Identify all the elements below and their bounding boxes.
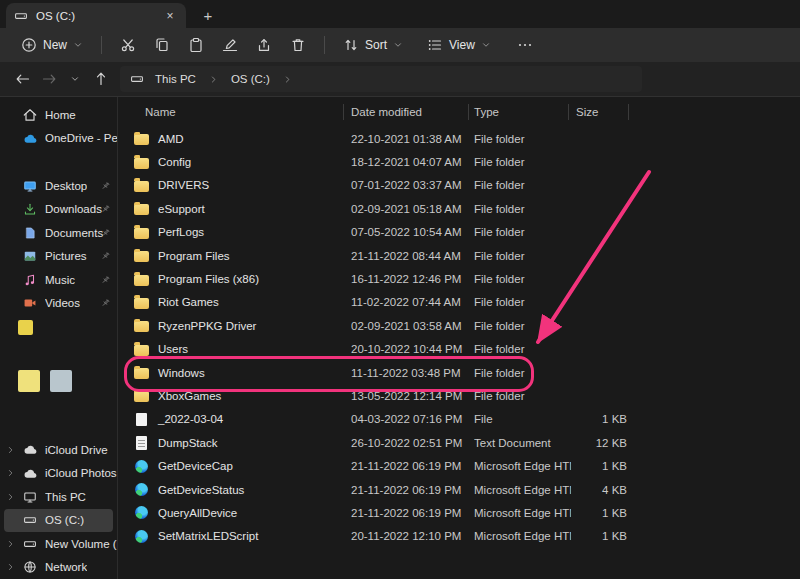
file-type: File folder [474,343,571,355]
table-row[interactable]: AMD22-10-2021 01:38 AMFile folder [119,127,800,150]
rename-button[interactable] [215,30,245,60]
table-row[interactable]: eSupport02-09-2021 05:18 AMFile folder [119,197,800,220]
column-header-name[interactable]: Name [129,106,351,118]
new-tab-button[interactable]: + [197,4,219,26]
file-size: 1 KB [571,530,637,542]
sidebar-item-documents[interactable]: Documents [0,221,117,245]
table-row[interactable]: Program Files (x86)16-11-2022 12:46 PMFi… [119,267,800,290]
chevron-right-icon[interactable] [207,75,220,84]
sort-button[interactable]: Sort [334,32,412,58]
sidebar-item-os-c[interactable]: OS (C:) [4,509,113,533]
file-name: XboxGames [158,390,221,402]
pin-icon [100,180,111,191]
drive-icon [22,512,38,528]
sidebar-item-music[interactable]: Music [0,268,117,292]
thumbnail[interactable] [18,320,33,335]
table-row[interactable]: Program Files21-11-2022 08:44 AMFile fol… [119,244,800,267]
table-row[interactable]: QueryAllDevice21-11-2022 06:19 PMMicroso… [119,501,800,524]
folder-icon [133,318,149,334]
sidebar-section: iCloud DriveiCloud Photos [0,438,117,485]
recent-locations-button[interactable] [62,66,88,92]
sidebar-item-icloud-drive[interactable]: iCloud Drive [0,438,117,462]
sidebar-item-label: iCloud Drive [45,444,108,456]
sidebar-section: DesktopDownloadsDocumentsPicturesMusicVi… [0,174,117,315]
column-separator[interactable] [343,104,344,120]
folder-icon [133,201,149,217]
sidebar-item-videos[interactable]: Videos [0,292,117,316]
sidebar-item-network[interactable]: Network [0,556,117,579]
explorer-tab[interactable]: OS (C:) × [6,3,186,28]
delete-button[interactable] [283,30,313,60]
table-row[interactable]: DRIVERS07-01-2022 03:37 AMFile folder [119,174,800,197]
column-header-date[interactable]: Date modified [351,106,474,118]
file-name: Users [158,343,188,355]
column-header-type[interactable]: Type [474,106,571,118]
file-size: 4 KB [571,484,637,496]
table-row[interactable]: DumpStack26-10-2022 02:51 PMText Documen… [119,431,800,454]
copy-button[interactable] [147,30,177,60]
table-row[interactable]: Windows11-11-2022 03:48 PMFile folder [119,361,800,384]
date-modified: 07-05-2022 10:54 AM [351,226,474,238]
videos-icon [22,295,38,311]
edge-icon [133,482,149,498]
paste-button[interactable] [181,30,211,60]
folder-icon [133,271,149,287]
folder-icon [133,365,149,381]
up-button[interactable] [88,66,114,92]
sidebar-item-home[interactable]: Home [0,103,117,127]
date-modified: 18-12-2021 04:07 AM [351,156,474,168]
sidebar-item-pictures[interactable]: Pictures [0,245,117,269]
address-box[interactable]: This PC OS (C:) [120,66,642,92]
column-separator[interactable] [468,104,469,120]
new-button[interactable]: New [12,32,92,58]
sidebar-item-onedrive-persona[interactable]: OneDrive - Persona [0,127,117,151]
table-row[interactable]: PerfLogs07-05-2022 10:54 AMFile folder [119,221,800,244]
sidebar-thumbnail-row [0,370,117,392]
column-separator[interactable] [568,104,569,120]
breadcrumb-os-c[interactable]: OS (C:) [228,71,273,87]
column-separator[interactable] [628,104,629,120]
sidebar: HomeOneDrive - PersonaDesktopDownloadsDo… [0,97,118,579]
folder-icon [133,224,149,240]
sidebar-item-label: This PC [45,491,86,503]
sidebar-item-label: Music [45,274,75,286]
tab-close-button[interactable]: × [162,8,178,24]
chevron-right-icon[interactable] [281,75,294,84]
breadcrumb-this-pc[interactable]: This PC [152,71,199,87]
date-modified: 21-11-2022 08:44 AM [351,250,474,262]
thumbnail[interactable] [50,370,72,392]
file-name: DRIVERS [158,179,209,191]
sidebar-item-this-pc[interactable]: This PC [0,485,117,509]
desktop-icon [22,178,38,194]
thumbnail[interactable] [18,370,40,392]
sidebar-item-desktop[interactable]: Desktop [0,174,117,198]
file-name: eSupport [158,203,205,215]
titlebar: OS (C:) × + [0,0,800,28]
cut-button[interactable] [113,30,143,60]
date-modified: 11-11-2022 03:48 PM [351,367,474,379]
folder-icon [133,154,149,170]
table-row[interactable]: RyzenPPKG Driver02-09-2021 03:58 AMFile … [119,314,800,337]
sort-icon [343,37,359,53]
view-button[interactable]: View [418,32,500,58]
table-row[interactable]: Users20-10-2022 10:44 PMFile folder [119,338,800,361]
table-row[interactable]: _2022-03-0404-03-2022 07:16 PMFile1 KB [119,408,800,431]
table-row[interactable]: Riot Games11-02-2022 07:44 AMFile folder [119,291,800,314]
share-icon [256,37,272,53]
table-row[interactable]: XboxGames13-05-2022 12:14 PMFile folder [119,384,800,407]
cloud-white-icon [22,465,38,481]
table-row[interactable]: SetMatrixLEDScript20-11-2022 12:10 PMMic… [119,525,800,548]
sidebar-item-icloud-photos[interactable]: iCloud Photos [0,462,117,486]
sidebar-item-downloads[interactable]: Downloads [0,198,117,222]
globe-icon [22,559,38,575]
cloud-white-icon [22,442,38,458]
forward-button[interactable] [36,66,62,92]
table-row[interactable]: GetDeviceStatus21-11-2022 06:19 PMMicros… [119,478,800,501]
table-row[interactable]: Config18-12-2021 04:07 AMFile folder [119,150,800,173]
share-button[interactable] [249,30,279,60]
table-row[interactable]: GetDeviceCap21-11-2022 06:19 PMMicrosoft… [119,454,800,477]
more-options-button[interactable] [510,30,540,60]
file-size: 1 KB [571,507,637,519]
back-button[interactable] [10,66,36,92]
sidebar-item-new-volume-d[interactable]: New Volume (D:) [0,532,117,556]
